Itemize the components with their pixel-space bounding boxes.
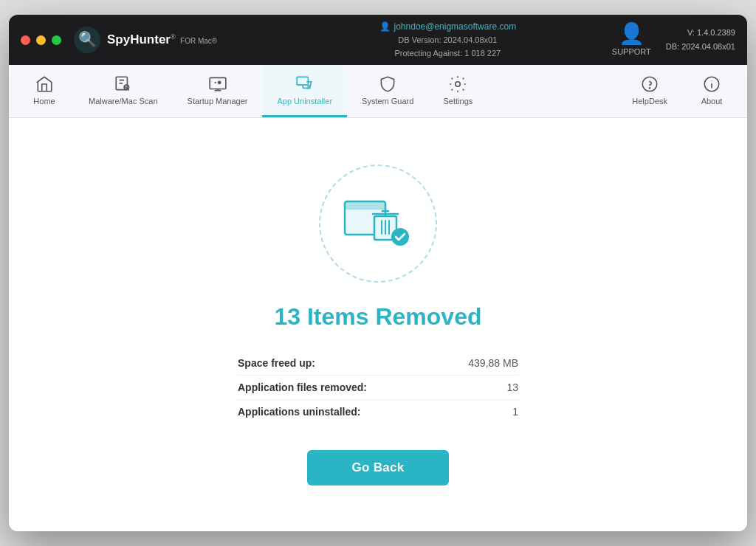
- helpdesk-icon: [640, 75, 659, 94]
- svg-rect-6: [297, 77, 308, 85]
- titlebar: 🔍 SpyHunter® FOR Mac® 👤 johndoe@enigmaso…: [9, 15, 747, 65]
- main-content: 13 Items Removed Space freed up: 439,88 …: [9, 118, 747, 531]
- nav-system-guard[interactable]: System Guard: [347, 65, 428, 117]
- nav-malware-scan-label: Malware/Mac Scan: [89, 97, 158, 106]
- svg-point-20: [391, 228, 409, 246]
- support-icon: 👤: [619, 24, 645, 44]
- svg-point-9: [650, 88, 650, 89]
- nav-home-label: Home: [33, 97, 55, 106]
- support-area[interactable]: 👤 SUPPORT: [612, 24, 651, 56]
- startup-manager-icon: [208, 75, 227, 94]
- settings-icon: [448, 75, 467, 94]
- stats-label-space: Space freed up:: [238, 357, 315, 369]
- logo-text: SpyHunter® FOR Mac®: [107, 32, 217, 47]
- stats-row-files: Application files removed: 13: [238, 376, 518, 400]
- db-version: DB Version: 2024.04.08x01: [398, 34, 497, 47]
- go-back-button[interactable]: Go Back: [307, 450, 448, 485]
- svg-point-7: [456, 82, 461, 87]
- nav-app-uninstaller[interactable]: App Uninstaller: [262, 65, 347, 117]
- system-guard-icon: [378, 75, 397, 94]
- stats-value-files: 13: [506, 381, 518, 393]
- nav-settings-label: Settings: [444, 97, 473, 106]
- navbar: Home Malware/Mac Scan Startup Manager: [9, 65, 747, 118]
- svg-point-11: [711, 80, 712, 81]
- home-icon: [35, 75, 54, 94]
- nav-startup-manager[interactable]: Startup Manager: [173, 65, 263, 117]
- stats-row-space: Space freed up: 439,88 MB: [238, 351, 518, 376]
- stats-row-apps: Applications uninstalled: 1: [238, 400, 518, 424]
- logo-area: 🔍 SpyHunter® FOR Mac®: [73, 26, 217, 54]
- nav-helpdesk-label: HelpDesk: [632, 97, 667, 106]
- malware-scan-icon: [114, 75, 133, 94]
- nav-settings[interactable]: Settings: [428, 65, 487, 117]
- svg-point-5: [218, 81, 220, 83]
- stats-label-files: Application files removed:: [238, 381, 367, 393]
- nav-app-uninstaller-label: App Uninstaller: [277, 97, 332, 106]
- nav-home[interactable]: Home: [15, 65, 74, 117]
- result-icon: [341, 194, 415, 253]
- app-window: 🔍 SpyHunter® FOR Mac® 👤 johndoe@enigmaso…: [9, 15, 747, 531]
- minimize-button[interactable]: [36, 35, 46, 45]
- uninstall-complete-illustration: [341, 194, 415, 253]
- svg-rect-13: [345, 201, 385, 209]
- version-area: V: 1.4.0.2389 DB: 2024.04.08x01: [666, 26, 735, 53]
- nav-startup-manager-label: Startup Manager: [188, 97, 248, 106]
- result-icon-circle: [319, 165, 437, 283]
- nav-malware-scan[interactable]: Malware/Mac Scan: [74, 65, 173, 117]
- titlebar-info: 👤 johndoe@enigmasoftware.com DB Version:…: [379, 20, 517, 60]
- svg-point-8: [642, 77, 657, 91]
- maximize-button[interactable]: [52, 35, 61, 45]
- stats-label-apps: Applications uninstalled:: [238, 406, 360, 418]
- nav-about-label: About: [701, 97, 723, 106]
- nav-system-guard-label: System Guard: [362, 97, 413, 106]
- app-uninstaller-icon: [295, 75, 315, 94]
- stats-value-space: 439,88 MB: [468, 357, 518, 369]
- svg-text:🔍: 🔍: [78, 30, 97, 48]
- traffic-lights: [21, 35, 61, 45]
- close-button[interactable]: [21, 35, 30, 45]
- nav-about[interactable]: About: [682, 65, 741, 117]
- version-line1: V: 1.4.0.2389: [666, 26, 735, 40]
- stats-value-apps: 1: [512, 406, 518, 418]
- user-email: johndoe@enigmasoftware.com: [394, 20, 517, 34]
- nav-helpdesk[interactable]: HelpDesk: [617, 65, 682, 117]
- about-icon: [702, 75, 721, 94]
- support-label: SUPPORT: [612, 47, 651, 56]
- version-line2: DB: 2024.04.08x01: [666, 40, 735, 54]
- spyhunter-logo-icon: 🔍: [73, 26, 101, 54]
- result-title: 13 Items Removed: [274, 303, 481, 331]
- protecting-label: Protecting Against: 1 018 227: [394, 47, 501, 61]
- stats-table: Space freed up: 439,88 MB Application fi…: [238, 351, 518, 424]
